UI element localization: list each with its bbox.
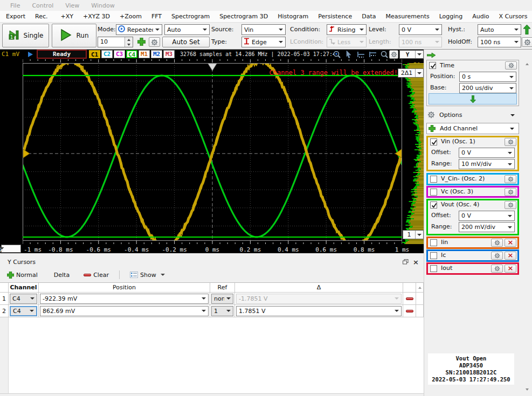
hyst-select[interactable]: Auto bbox=[478, 24, 521, 35]
add-icon[interactable] bbox=[137, 38, 146, 47]
clear-cursors-button[interactable]: Clear bbox=[81, 270, 112, 280]
cursor-horizontal-icon[interactable] bbox=[357, 51, 365, 58]
count-down[interactable] bbox=[125, 42, 133, 47]
tab-data[interactable]: Data bbox=[357, 12, 381, 21]
add-channel-button[interactable]: Add Channel bbox=[426, 123, 519, 134]
waveform-plot[interactable]: Channel 3 range will be extended! bbox=[23, 59, 402, 244]
plot-gear-button[interactable] bbox=[389, 50, 398, 59]
cursor-delta-button[interactable]: 2Δ1 bbox=[398, 68, 424, 78]
tab-measurements[interactable]: Measurements bbox=[381, 12, 434, 21]
holdoff-select[interactable]: 100 ns bbox=[478, 37, 521, 47]
channel-checkbox[interactable] bbox=[430, 252, 437, 259]
delete-channel-button[interactable]: × bbox=[505, 239, 516, 247]
tab-spectrogram-3d[interactable]: Spectrogram 3D bbox=[215, 12, 273, 21]
channel-gear-button[interactable] bbox=[491, 265, 503, 273]
run-button[interactable]: Run bbox=[52, 24, 96, 47]
table-scroll-up[interactable] bbox=[416, 283, 424, 293]
channel-checkbox[interactable] bbox=[430, 239, 437, 246]
tab-spectrogram[interactable]: Spectrogram bbox=[167, 12, 215, 21]
time-position-select[interactable]: 0 s bbox=[459, 72, 516, 82]
channel-badge-c4[interactable]: C4 bbox=[126, 50, 137, 58]
remove-cursor-button[interactable] bbox=[406, 310, 413, 312]
tab-x-cursors[interactable]: X Cursors bbox=[494, 12, 532, 21]
channel-badge-m2[interactable]: M2 bbox=[151, 50, 162, 58]
channel-checkbox[interactable] bbox=[430, 138, 437, 145]
y-axis-mode-dropdown[interactable] bbox=[415, 51, 423, 58]
zoom-in-icon[interactable] bbox=[333, 51, 341, 58]
tab-rec-[interactable]: Rec. bbox=[30, 12, 52, 21]
channel-offset-select[interactable]: 0 V bbox=[459, 148, 515, 158]
time-checkbox[interactable] bbox=[429, 62, 436, 69]
time-gear-button[interactable] bbox=[505, 61, 517, 70]
channel-checkbox[interactable] bbox=[430, 202, 437, 209]
zoom-tool-icon[interactable] bbox=[381, 51, 389, 58]
channel-range-select[interactable]: 10 mV/div bbox=[459, 159, 515, 169]
delta-cursor-button[interactable]: Delta bbox=[51, 270, 72, 280]
channel-offset-select[interactable]: 0 V bbox=[459, 211, 515, 221]
cursor-ref-select[interactable]: none bbox=[211, 294, 233, 304]
menu-file[interactable]: File bbox=[4, 2, 26, 9]
tab-export[interactable]: Export bbox=[1, 12, 30, 21]
channel-badge-m3[interactable]: M3 bbox=[163, 50, 175, 58]
y-axis-mode-button[interactable]: Y bbox=[399, 50, 424, 59]
scroll-up-arrow[interactable] bbox=[523, 60, 530, 67]
upload-arrow-icon[interactable] bbox=[523, 25, 530, 36]
condition-select[interactable]: Rising bbox=[327, 24, 367, 35]
count-spinner[interactable]: 10 bbox=[98, 37, 133, 47]
channel-gear-button[interactable] bbox=[505, 138, 516, 146]
scope-gear-button[interactable] bbox=[522, 37, 532, 47]
auto-set-button[interactable]: Auto Set bbox=[162, 37, 210, 47]
tab-logging[interactable]: Logging bbox=[434, 12, 468, 21]
cursor-delta-value[interactable]: 1.7851 V bbox=[236, 306, 402, 316]
count-up[interactable] bbox=[125, 37, 133, 42]
single-button[interactable]: 1 Single bbox=[2, 24, 49, 47]
tab-fft[interactable]: FFT bbox=[147, 12, 167, 21]
menu-view[interactable]: View bbox=[59, 2, 85, 9]
trigger-gear-button[interactable] bbox=[149, 37, 160, 47]
channel-gear-button[interactable] bbox=[491, 239, 503, 247]
menu-control[interactable]: Control bbox=[26, 2, 59, 9]
cursor-vertical-icon[interactable] bbox=[369, 51, 377, 58]
expand-time-bar[interactable] bbox=[429, 93, 517, 105]
ready-status[interactable]: Ready bbox=[37, 50, 87, 59]
tab--xy[interactable]: +XY bbox=[56, 12, 78, 21]
delete-channel-button[interactable]: × bbox=[505, 265, 516, 273]
tab--zoom[interactable]: +Zoom bbox=[115, 12, 147, 21]
cursor-position-input[interactable]: -922.39 mV bbox=[40, 294, 209, 304]
scroll-down-arrow[interactable] bbox=[523, 386, 530, 393]
tab-persistence[interactable]: Persistence bbox=[313, 12, 357, 21]
normal-cursor-button[interactable]: Normal bbox=[4, 270, 40, 280]
channel-gear-button[interactable] bbox=[491, 252, 503, 260]
cursor-one-button[interactable]: 1 bbox=[403, 230, 424, 239]
channel-checkbox[interactable] bbox=[430, 176, 437, 183]
time-base-select[interactable]: 200 us/div bbox=[459, 83, 516, 93]
float-panel-icon[interactable] bbox=[403, 259, 409, 265]
cursor-channel-select[interactable]: C4 bbox=[10, 306, 37, 316]
channel-badge-c1[interactable]: C1 bbox=[89, 50, 100, 58]
cursor-channel-select[interactable]: C4 bbox=[10, 294, 37, 304]
tab--xyz-3d[interactable]: +XYZ 3D bbox=[78, 12, 115, 21]
tab-audio[interactable]: Audio bbox=[467, 12, 494, 21]
channel-range-select[interactable]: 200 mV/div bbox=[459, 222, 515, 232]
delete-channel-button[interactable]: × bbox=[505, 252, 516, 260]
mode-select[interactable]: Repeated bbox=[116, 24, 162, 35]
channel-gear-button[interactable] bbox=[505, 201, 516, 209]
channel-checkbox[interactable] bbox=[430, 189, 437, 196]
tab-histogram[interactable]: Histogram bbox=[273, 12, 313, 21]
type-select[interactable]: Edge bbox=[241, 37, 286, 47]
channel-gear-button[interactable] bbox=[505, 175, 516, 183]
menu-window[interactable]: Window bbox=[85, 2, 120, 9]
trigger-mode-select[interactable]: Auto bbox=[164, 24, 210, 35]
cursor-ref-select[interactable]: 1 bbox=[211, 306, 233, 316]
options-row[interactable]: Options bbox=[426, 110, 519, 121]
panel-arrow-icon[interactable] bbox=[427, 52, 436, 60]
channel-badge-m1[interactable]: M1 bbox=[139, 50, 150, 58]
show-menu-button[interactable]: Show bbox=[127, 270, 170, 280]
pointer-tool-icon[interactable] bbox=[345, 51, 353, 58]
channel-badge-c2[interactable]: C2 bbox=[101, 50, 113, 58]
channel-gear-button[interactable] bbox=[505, 188, 516, 196]
level-select[interactable]: 0 V bbox=[399, 24, 442, 35]
x-axis-mode-button[interactable]: X bbox=[1, 245, 21, 253]
remove-cursor-button[interactable] bbox=[406, 297, 413, 300]
cursor-position-input[interactable]: 862.69 mV bbox=[40, 306, 209, 316]
